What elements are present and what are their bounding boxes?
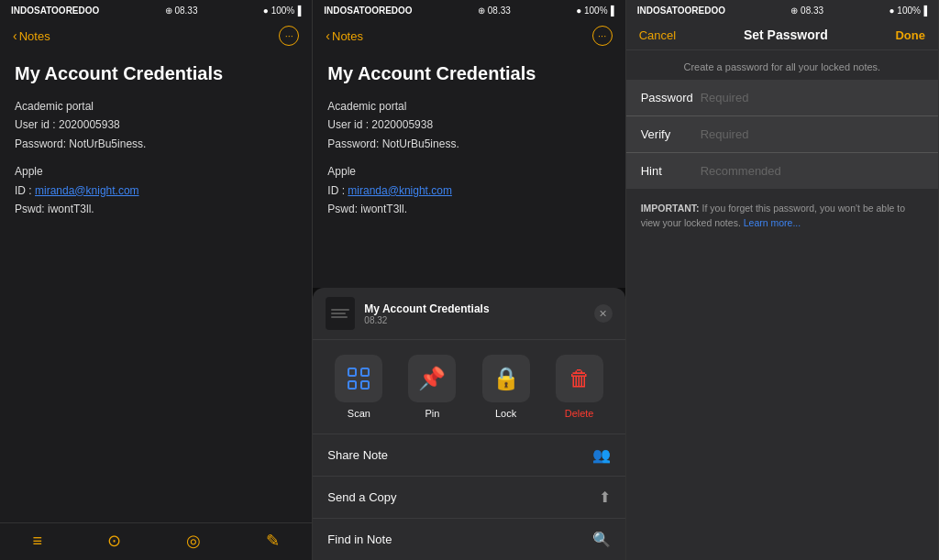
svg-rect-0 bbox=[348, 368, 356, 376]
panel-3: INDOSATOOREDOO ⊕ 08.33 ● 100%▐ Cancel Se… bbox=[626, 0, 939, 560]
note-body-1: Academic portal User id : 2020005938 Pas… bbox=[15, 97, 297, 218]
note-body-2: Academic portal User id : 2020005938 Pas… bbox=[327, 97, 610, 218]
verify-field-row: Verify Required bbox=[626, 116, 938, 153]
chevron-left-icon: ‹ bbox=[13, 28, 17, 43]
share-note-item[interactable]: Share Note 👥 bbox=[313, 434, 624, 477]
note-line: User id : 2020005938 bbox=[15, 115, 297, 134]
panel-2: INDOSATOOREDOO ⊕ 08.33 ● 100%▐ ‹ Notes ·… bbox=[313, 0, 625, 560]
time-2: ⊕ 08.33 bbox=[478, 5, 511, 16]
verify-input[interactable]: Required bbox=[701, 127, 923, 141]
time-3: ⊕ 08.33 bbox=[790, 5, 823, 16]
lock-icon: 🔒 bbox=[482, 355, 530, 402]
pin-label: Pin bbox=[425, 408, 439, 419]
nav-bar-1: ‹ Notes ··· bbox=[0, 20, 312, 51]
scan-label: Scan bbox=[348, 408, 370, 419]
note-line: ID : miranda@knight.com bbox=[327, 181, 610, 200]
close-button[interactable]: ✕ bbox=[594, 304, 613, 323]
send-copy-icon: ⬆ bbox=[599, 489, 611, 506]
note-line: Pswd: iwontT3ll. bbox=[327, 200, 610, 218]
note-line: Apple bbox=[15, 162, 297, 181]
note-line: Academic portal bbox=[327, 97, 610, 115]
action-buttons-row: Scan 📌 Pin 🔒 Lock 🗑 Delete bbox=[313, 340, 624, 434]
action-sheet-thumbnail bbox=[326, 297, 355, 330]
password-input[interactable]: Required bbox=[701, 91, 923, 104]
carrier-3: INDOSATOOREDOO bbox=[637, 5, 725, 16]
note-title-2: My Account Credentials bbox=[327, 62, 610, 84]
status-bar-3: INDOSATOOREDOO ⊕ 08.33 ● 100%▐ bbox=[626, 0, 938, 20]
scan-button[interactable]: Scan bbox=[335, 355, 382, 419]
nav-bar-2: ‹ Notes ··· bbox=[313, 20, 624, 51]
password-label: Password bbox=[641, 91, 701, 104]
action-sheet-header: My Account Credentials 08.32 ✕ bbox=[313, 288, 624, 340]
more-button-2[interactable]: ··· bbox=[592, 26, 613, 46]
back-button-2[interactable]: ‹ Notes bbox=[326, 28, 363, 43]
note-link-2[interactable]: miranda@knight.com bbox=[348, 184, 452, 197]
note-line: Pswd: iwontT3ll. bbox=[15, 200, 297, 218]
tab-compose-icon[interactable]: ◎ bbox=[186, 531, 201, 551]
send-copy-item[interactable]: Send a Copy ⬆ bbox=[313, 477, 624, 519]
battery-3: ● 100%▐ bbox=[889, 5, 927, 16]
lock-button[interactable]: 🔒 Lock bbox=[482, 355, 530, 419]
find-in-note-icon: 🔍 bbox=[592, 531, 611, 548]
share-note-label: Share Note bbox=[327, 448, 388, 462]
note-line: User id : 2020005938 bbox=[327, 115, 610, 134]
hint-input[interactable]: Recommended bbox=[701, 164, 923, 178]
password-subtitle: Create a password for all your locked no… bbox=[626, 50, 938, 80]
battery-2: ● 100%▐ bbox=[576, 5, 613, 16]
cancel-button[interactable]: Cancel bbox=[639, 28, 676, 42]
time-1: ⊕ 08.33 bbox=[165, 5, 198, 16]
note-link-1[interactable]: miranda@knight.com bbox=[35, 184, 139, 197]
delete-label: Delete bbox=[565, 408, 594, 419]
svg-rect-2 bbox=[348, 381, 356, 389]
learn-more-link[interactable]: Learn more... bbox=[744, 217, 801, 228]
svg-rect-1 bbox=[361, 368, 369, 376]
panel-1: INDOSATOOREDOO ⊕ 08.33 ● 100%▐ ‹ Notes ·… bbox=[0, 0, 313, 560]
back-button-1[interactable]: ‹ Notes bbox=[13, 28, 50, 43]
action-sheet-note-title: My Account Credentials bbox=[364, 302, 593, 315]
action-sheet: My Account Credentials 08.32 ✕ bbox=[313, 288, 624, 560]
hint-field-row: Hint Recommended bbox=[626, 153, 938, 189]
pin-button[interactable]: 📌 Pin bbox=[408, 355, 456, 419]
status-bar-1: INDOSATOOREDOO ⊕ 08.33 ● 100%▐ bbox=[0, 0, 312, 20]
svg-rect-3 bbox=[361, 381, 369, 389]
find-in-note-item[interactable]: Find in Note 🔍 bbox=[313, 519, 624, 560]
note-title-1: My Account Credentials bbox=[15, 62, 297, 84]
hint-label: Hint bbox=[641, 164, 701, 178]
note-section-4: Apple ID : miranda@knight.com Pswd: iwon… bbox=[327, 162, 610, 218]
delete-button[interactable]: 🗑 Delete bbox=[556, 355, 603, 419]
send-copy-label: Send a Copy bbox=[327, 490, 396, 504]
action-sheet-overlay: My Account Credentials 08.32 ✕ bbox=[313, 288, 624, 560]
action-sheet-note-info: My Account Credentials 08.32 bbox=[364, 302, 593, 325]
more-button-1[interactable]: ··· bbox=[279, 26, 299, 46]
note-line: Apple bbox=[327, 162, 610, 181]
carrier-2: INDOSATOOREDOO bbox=[324, 5, 412, 16]
battery-1: ● 100%▐ bbox=[263, 5, 301, 16]
delete-icon: 🗑 bbox=[556, 355, 603, 402]
tab-edit-icon[interactable]: ✎ bbox=[266, 531, 280, 551]
tab-camera-icon[interactable]: ⊙ bbox=[107, 531, 121, 551]
scan-icon bbox=[335, 355, 382, 402]
carrier-1: INDOSATOOREDOO bbox=[11, 5, 99, 16]
back-label-1: Notes bbox=[19, 29, 50, 43]
verify-label: Verify bbox=[641, 127, 701, 141]
password-warning: IMPORTANT: If you forget this password, … bbox=[626, 189, 938, 244]
note-section-2: Apple ID : miranda@knight.com Pswd: iwon… bbox=[15, 162, 297, 218]
action-sheet-note-time: 08.32 bbox=[364, 315, 593, 325]
tab-list-icon[interactable]: ≡ bbox=[32, 532, 42, 551]
chevron-left-icon-2: ‹ bbox=[326, 28, 330, 43]
pin-icon: 📌 bbox=[408, 355, 456, 402]
password-nav: Cancel Set Password Done bbox=[626, 20, 938, 50]
find-in-note-label: Find in Note bbox=[327, 533, 392, 546]
note-line: Password: NotUrBu5iness. bbox=[327, 135, 610, 153]
set-password-title: Set Password bbox=[744, 27, 828, 42]
share-note-icon: 👥 bbox=[592, 446, 611, 464]
back-label-2: Notes bbox=[332, 29, 363, 43]
password-field-row: Password Required bbox=[626, 80, 938, 116]
note-section-3: Academic portal User id : 2020005938 Pas… bbox=[327, 97, 610, 153]
tab-bar-1: ≡ ⊙ ◎ ✎ bbox=[0, 522, 312, 560]
note-line: Academic portal bbox=[15, 97, 297, 115]
note-line: Password: NotUrBu5iness. bbox=[15, 135, 297, 153]
done-button[interactable]: Done bbox=[895, 28, 925, 42]
note-content-1: My Account Credentials Academic portal U… bbox=[0, 51, 312, 522]
status-bar-2: INDOSATOOREDOO ⊕ 08.33 ● 100%▐ bbox=[313, 0, 624, 20]
